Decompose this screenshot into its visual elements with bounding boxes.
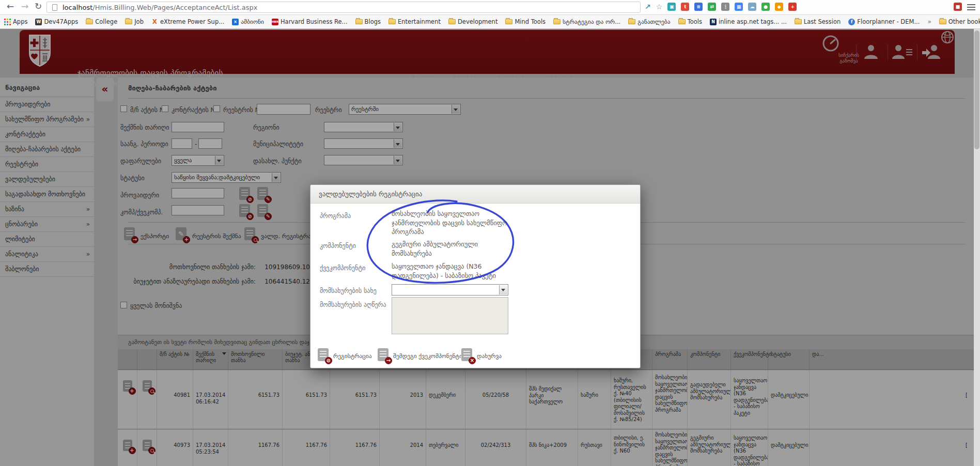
extension-icon[interactable]: ≋ xyxy=(694,3,703,11)
bookmark-item[interactable]: Mind Tools xyxy=(505,18,546,25)
favicon: × xyxy=(232,19,239,25)
favicon: X xyxy=(151,19,158,25)
component-label: კომპონენტი xyxy=(320,242,356,250)
dialog-title: ვალდებულებების რეგისტრაცია xyxy=(319,190,422,198)
cancel-icon: ⊘ xyxy=(325,357,332,364)
bookmark-label: Apps xyxy=(13,18,27,25)
favicon: W xyxy=(35,19,42,25)
register-button[interactable]: ⊘ xyxy=(318,348,329,361)
scrollbar-thumb[interactable] xyxy=(974,30,979,149)
close-dialog-button[interactable]: × xyxy=(461,348,472,361)
service-type-select[interactable] xyxy=(392,284,508,296)
extension-icon[interactable]: ◆ xyxy=(775,3,783,11)
extension-icon[interactable]: ■ xyxy=(954,3,962,11)
close-dialog-button-label[interactable]: დახურვა xyxy=(477,352,502,360)
bookmarks-bar: Apps WDev47Apps College Job XeXtreme Pow… xyxy=(0,15,980,29)
apps-grid-icon xyxy=(4,19,11,25)
bookmarks-overflow-chevron[interactable]: » xyxy=(927,18,931,25)
subcomponent-label: ქვეკომპონენტი xyxy=(320,265,365,272)
bookmark-item[interactable]: XeXtreme Power Sup... xyxy=(151,18,224,25)
folder-icon xyxy=(553,19,561,24)
next-subcomponent-button[interactable]: → xyxy=(378,348,388,361)
service-type-label: მომსახურების სახე xyxy=(320,287,377,294)
share-icon[interactable]: ↗ xyxy=(645,3,651,11)
program-label: პროგრამა xyxy=(320,212,351,220)
bookmark-star-icon[interactable]: ☆ xyxy=(656,3,663,11)
register-button-label[interactable]: რეგისტრაცია xyxy=(333,352,372,360)
next-subcomponent-button-label[interactable]: შემდეგი ქვეკომპონენტი xyxy=(393,352,462,360)
page-scrollbar[interactable] xyxy=(974,29,980,466)
favicon: HBR xyxy=(272,19,278,25)
bookmark-item[interactable]: Entertainment xyxy=(388,18,441,25)
folder-icon xyxy=(628,19,635,24)
bookmark-item[interactable]: Ninline asp.net tags... ... xyxy=(710,18,787,25)
page-icon xyxy=(52,4,57,11)
extension-icon[interactable]: t xyxy=(681,3,689,11)
address-bar[interactable]: localhost/Hmis.Billing.Web/Pages/Accepta… xyxy=(46,2,641,13)
service-desc-textarea[interactable] xyxy=(392,297,508,334)
bookmark-item[interactable]: Tools xyxy=(678,18,702,25)
screenshot-root: ← → ↻ localhost/Hmis.Billing.Web/Pages/A… xyxy=(0,0,980,466)
dialog-title-bar: ვალდებულებების რეგისტრაცია xyxy=(310,185,640,204)
extension-icon[interactable]: ☁ xyxy=(748,3,756,11)
back-icon[interactable]: ← xyxy=(4,1,17,11)
toolbar-extensions: ↗ ☆ ▣ t ≋ ⇄ ⋮ ▦ ☁ ● ◆ + xyxy=(645,3,797,11)
favicon: N xyxy=(710,19,717,25)
program-value: მოსახლეობის საყოველთაო ჯანმრთელობის დაცვ… xyxy=(392,209,511,237)
arrow-right-icon: → xyxy=(385,357,392,364)
bookmark-item[interactable]: Job xyxy=(125,18,144,25)
url-text[interactable]: localhost/Hmis.Billing.Web/Pages/Accepta… xyxy=(63,4,258,11)
bookmark-item[interactable]: Apps xyxy=(4,18,27,25)
close-icon: × xyxy=(469,357,476,364)
folder-icon xyxy=(448,19,456,24)
bookmark-item[interactable]: Development xyxy=(448,18,497,25)
folder-icon xyxy=(939,19,946,24)
bookmark-item[interactable]: Last Session xyxy=(795,18,841,25)
extension-icon[interactable]: + xyxy=(788,3,797,11)
folder-icon xyxy=(505,19,512,24)
favicon: f xyxy=(848,19,855,25)
bookmark-item[interactable]: განათლება xyxy=(628,18,670,25)
browser-toolbar: ← → ↻ localhost/Hmis.Billing.Web/Pages/A… xyxy=(0,0,980,15)
bookmark-item[interactable]: ×ამბიონი xyxy=(232,18,264,25)
bookmark-item[interactable]: fFloorplanner - DEM... xyxy=(848,18,920,25)
folder-icon xyxy=(795,19,802,24)
bookmark-item[interactable]: Blogs xyxy=(355,18,381,25)
folder-icon xyxy=(355,19,363,24)
obligations-registration-dialog: ვალდებულებების რეგისტრაცია პროგრამა მოსა… xyxy=(310,184,641,368)
bookmark-item[interactable]: HBRHarvard Business Re... xyxy=(272,18,348,25)
reload-icon[interactable]: ↻ xyxy=(32,1,44,11)
extension-icon[interactable]: ▦ xyxy=(735,3,743,11)
chevron-down-icon xyxy=(499,285,507,294)
extension-icon[interactable]: ▣ xyxy=(667,3,676,11)
browser-menu-icon[interactable] xyxy=(967,4,975,10)
folder-icon xyxy=(125,19,132,24)
bookmark-item[interactable]: WDev47Apps xyxy=(35,18,78,25)
forward-icon[interactable]: → xyxy=(19,1,31,11)
folder-icon xyxy=(388,19,396,24)
component-value: გეგმიური ამბულატორიული მომსახურება xyxy=(392,240,511,258)
bookmark-item[interactable]: სტრატეგია და ორ... xyxy=(553,18,620,25)
folder-icon xyxy=(86,19,93,24)
other-bookmarks[interactable]: Other bookmarks xyxy=(939,18,980,25)
bookmark-item[interactable]: College xyxy=(86,18,117,25)
extension-icon[interactable]: ● xyxy=(761,3,770,11)
service-desc-label: მომსახურების აღწერა xyxy=(320,301,386,308)
folder-icon xyxy=(678,19,686,24)
subcomponent-value: საყოველთაო ჯანდაცვა (N36 დადგენილება) - … xyxy=(392,262,511,280)
extension-icon[interactable]: ⇄ xyxy=(708,3,716,11)
extension-icon[interactable]: ⋮ xyxy=(721,3,729,11)
